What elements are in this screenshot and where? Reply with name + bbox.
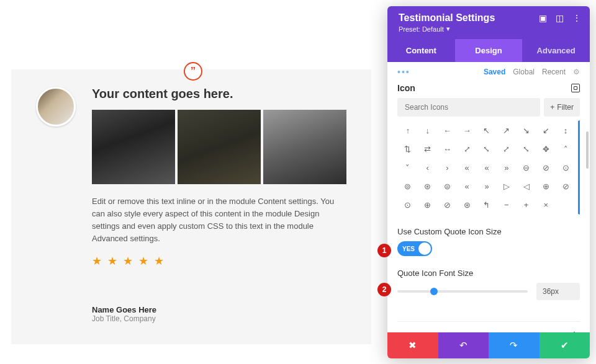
testimonial-heading[interactable]: Your content goes here. xyxy=(92,87,346,101)
icon-choice[interactable]: ⊜ xyxy=(438,177,458,195)
icon-choice[interactable]: » xyxy=(477,177,497,195)
icon-choice[interactable]: ⊛ xyxy=(418,177,438,195)
custom-size-toggle[interactable]: YES xyxy=(397,241,432,256)
icon-choice[interactable]: ⊛ xyxy=(457,195,477,214)
icon-choice[interactable]: ↙ xyxy=(536,121,556,140)
icon-choice[interactable]: ↖ xyxy=(477,121,497,140)
icon-choice[interactable]: ✥ xyxy=(536,140,556,158)
icon-choice[interactable]: + xyxy=(517,195,536,214)
icon-choice[interactable]: « xyxy=(457,158,477,177)
icon-choice[interactable]: ↑ xyxy=(398,121,418,140)
icon-choice[interactable]: ‹ xyxy=(418,158,438,177)
panel-footer: ✖ ↶ ↷ ✔ xyxy=(387,332,590,358)
icon-choice[interactable]: ◁ xyxy=(517,177,536,195)
icon-choice[interactable]: ↓ xyxy=(418,121,438,140)
redo-button[interactable]: ↷ xyxy=(489,332,540,358)
star-rating: ★ ★ ★ ★ ★ xyxy=(92,254,346,268)
quote-icon: ” xyxy=(184,62,202,81)
settings-panel: Testimonial Settings ▣ ◫ ⋮ Preset: Defau… xyxy=(387,6,590,358)
scrollbar[interactable] xyxy=(586,131,589,169)
preview-canvas: ” Your content goes here. Edit or remove… xyxy=(0,0,381,364)
icon-choice[interactable]: ⊘ xyxy=(556,177,576,195)
icon-choice[interactable]: ↗ xyxy=(497,121,517,140)
icon-choice[interactable]: × xyxy=(536,195,556,214)
check-icon: ✔ xyxy=(561,340,569,351)
icon-choice[interactable]: ⊕ xyxy=(418,195,438,214)
avatar xyxy=(36,87,76,127)
icon-choice[interactable]: ⤢ xyxy=(457,140,477,158)
icon-choice[interactable]: ⊖ xyxy=(517,158,536,177)
icon-choice[interactable]: ˅ xyxy=(398,158,418,177)
icon-grid: ↑↓←→↖↗↘↙↕⇅⇄↔⤢⤡⤢⤡✥˄˅‹›««»⊖⊘⊙⊚⊛⊜«»▷◁⊕⊘⊙⊕⊘⊛… xyxy=(397,120,580,215)
undo-button[interactable]: ↶ xyxy=(438,332,489,358)
image-row xyxy=(92,110,346,184)
cancel-button[interactable]: ✖ xyxy=(387,332,438,358)
expand-icon[interactable]: ◫ xyxy=(556,13,564,23)
tab-design[interactable]: Design xyxy=(455,39,523,62)
icon-choice[interactable]: ⊙ xyxy=(398,195,418,214)
icon-choice[interactable]: ▷ xyxy=(497,177,517,195)
section-image-title[interactable]: Image xyxy=(397,331,423,333)
redo-icon: ↷ xyxy=(510,340,518,351)
preset-global[interactable]: Global xyxy=(513,68,535,76)
preset-dropdown[interactable]: Preset: Default▾ xyxy=(387,25,590,39)
preset-saved[interactable]: Saved xyxy=(484,68,505,76)
icon-choice[interactable]: ↕ xyxy=(556,121,576,140)
undo-icon: ↶ xyxy=(459,340,467,351)
author-meta[interactable]: Job Title, Company xyxy=(92,314,346,323)
icon-choice[interactable]: ˄ xyxy=(556,140,576,158)
filter-button[interactable]: + Filter xyxy=(544,98,580,117)
tabs: Content Design Advanced xyxy=(387,39,590,62)
icon-choice[interactable]: ⊘ xyxy=(438,195,458,214)
testimonial-body[interactable]: Edit or remove this text inline or in th… xyxy=(92,195,346,246)
search-icons-input[interactable] xyxy=(397,98,540,117)
panel-body: ••• Saved Global Recent ⚙ Icon + Filter … xyxy=(387,62,590,332)
font-size-input[interactable] xyxy=(536,283,580,300)
author-name[interactable]: Name Goes Here xyxy=(92,305,346,314)
icon-choice[interactable]: ↰ xyxy=(477,195,497,214)
tab-content[interactable]: Content xyxy=(387,39,455,62)
option-dots-icon[interactable]: ••• xyxy=(397,67,410,77)
icon-choice[interactable]: ⤡ xyxy=(517,140,536,158)
icon-choice[interactable]: → xyxy=(457,121,477,140)
icon-choice[interactable]: ⊘ xyxy=(536,158,556,177)
thumb-image xyxy=(263,110,346,184)
icon-choice[interactable]: › xyxy=(438,158,458,177)
icon-choice[interactable]: « xyxy=(477,158,497,177)
panel-header: Testimonial Settings ▣ ◫ ⋮ Preset: Defau… xyxy=(387,6,590,62)
annotation-2: 2 xyxy=(377,283,391,296)
kebab-icon[interactable]: ⋮ xyxy=(572,13,581,23)
icon-choice[interactable]: ⇅ xyxy=(398,140,418,158)
icon-choice[interactable]: ⊙ xyxy=(556,158,576,177)
icon-choice[interactable]: ← xyxy=(438,121,458,140)
section-icon-title: Icon xyxy=(397,83,415,93)
slider-thumb[interactable] xyxy=(430,288,438,295)
icon-choice[interactable]: ⤡ xyxy=(477,140,497,158)
thumb-image xyxy=(92,110,175,184)
icon-choice[interactable]: − xyxy=(497,195,517,214)
icon-choice[interactable]: » xyxy=(497,158,517,177)
font-size-label: Quote Icon Font Size xyxy=(397,269,580,278)
plus-icon: + xyxy=(550,103,554,112)
font-size-slider[interactable] xyxy=(397,290,528,293)
responsive-toggle-icon[interactable] xyxy=(571,84,580,92)
toggle-knob xyxy=(418,242,431,255)
thumb-image xyxy=(178,110,261,184)
tab-advanced[interactable]: Advanced xyxy=(522,39,590,62)
gear-icon[interactable]: ⚙ xyxy=(573,68,580,76)
custom-size-label: Use Custom Quote Icon Size xyxy=(397,227,580,236)
testimonial-module[interactable]: Your content goes here. Edit or remove t… xyxy=(11,69,371,344)
icon-choice[interactable]: « xyxy=(457,177,477,195)
icon-choice[interactable]: ↔ xyxy=(438,140,458,158)
close-icon: ✖ xyxy=(409,340,417,351)
icon-choice[interactable]: ⊕ xyxy=(536,177,556,195)
preset-recent[interactable]: Recent xyxy=(542,68,566,76)
icon-choice[interactable]: ⊚ xyxy=(398,177,418,195)
icon-choice[interactable]: ⤢ xyxy=(497,140,517,158)
responsive-icon[interactable]: ▣ xyxy=(539,13,547,23)
icon-choice[interactable]: ↘ xyxy=(517,121,536,140)
chevron-down-icon: ▾ xyxy=(446,25,450,33)
save-button[interactable]: ✔ xyxy=(540,332,590,358)
kebab-icon[interactable]: ⋮ xyxy=(569,329,580,332)
icon-choice[interactable]: ⇄ xyxy=(418,140,438,158)
